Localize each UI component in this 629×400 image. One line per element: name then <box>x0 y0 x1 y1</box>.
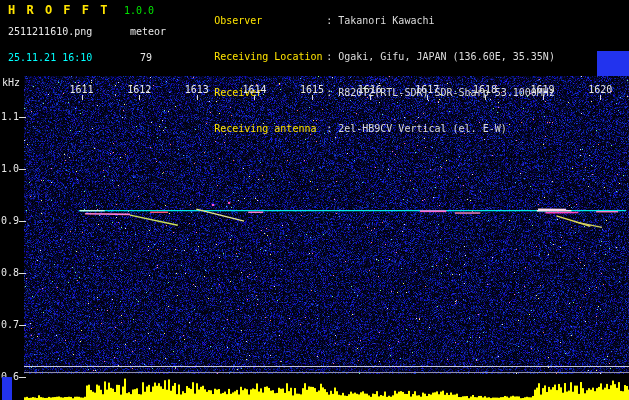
level-scale-box <box>597 51 629 76</box>
info-value: : Takanori Kawachi <box>326 15 434 26</box>
y-tick-label: 0.7 <box>0 319 19 330</box>
x-tick-label: 1616 <box>356 84 384 95</box>
y-tick-label: 0.9 <box>0 215 19 226</box>
timestamp: 25.11.21 16:10 <box>8 52 92 63</box>
output-filename: 2511211610.png <box>8 26 92 37</box>
hrofft-window: H R O F F T 1.0.0 2511211610.png meteor … <box>0 0 629 400</box>
x-tick-label: 1612 <box>125 84 153 95</box>
x-tick-label: 1619 <box>529 84 557 95</box>
info-value: : 2el-HB9CV Vertical (el. E-W) <box>326 123 507 134</box>
info-value: : Ogaki, Gifu, JAPAN (136.60E, 35.35N) <box>326 51 555 62</box>
y-tick-label: 1.1 <box>0 111 19 122</box>
app-title: H R O F F T <box>8 3 109 17</box>
info-row-observer: Observer: Takanori Kawachi <box>178 3 628 39</box>
info-label: Receiving antenna <box>214 123 326 135</box>
y-tick-label: 1.0 <box>0 163 19 174</box>
info-label: Receiving Location <box>214 51 326 63</box>
x-tick-label: 1614 <box>240 84 268 95</box>
x-tick-label: 1617 <box>413 84 441 95</box>
mode-label: meteor <box>130 26 166 37</box>
y-tick-label: 0.8 <box>0 267 19 278</box>
x-tick-label: 1620 <box>586 84 614 95</box>
station-info: Observer: Takanori Kawachi Receiving Loc… <box>178 3 628 147</box>
level-bar <box>2 377 12 400</box>
x-tick-label: 1613 <box>183 84 211 95</box>
app-version: 1.0.0 <box>124 5 154 16</box>
info-label: Observer <box>214 15 326 27</box>
info-row-antenna: Receiving antenna: 2el-HB9CV Vertical (e… <box>178 111 628 147</box>
x-tick-label: 1615 <box>298 84 326 95</box>
x-tick-label: 1618 <box>471 84 499 95</box>
info-row-location: Receiving Location: Ogaki, Gifu, JAPAN (… <box>178 39 628 75</box>
echo-count: 79 <box>140 52 152 63</box>
y-axis-unit: kHz <box>2 77 20 88</box>
x-tick-label: 1611 <box>68 84 96 95</box>
